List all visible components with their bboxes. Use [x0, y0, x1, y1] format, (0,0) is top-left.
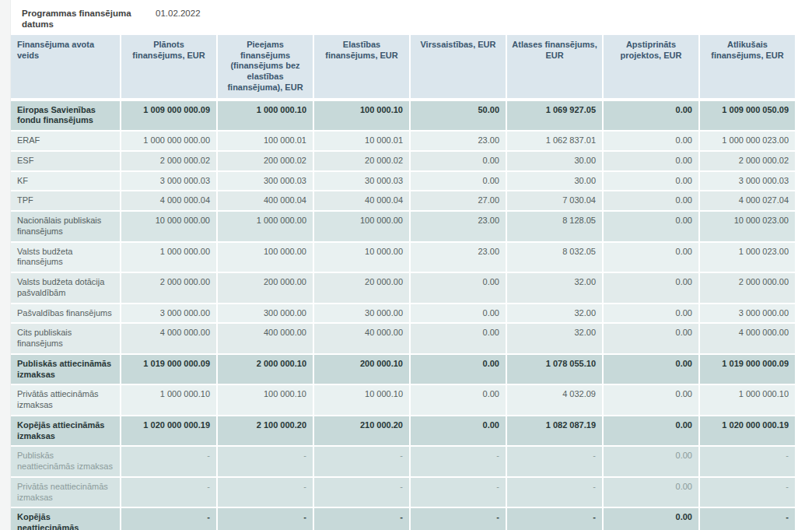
table-cell: 1 000 000 000.00: [120, 130, 216, 150]
content-area: Programmas finansējuma datums 01.02.2022…: [11, 0, 796, 530]
table-cell: 0.00: [409, 150, 506, 170]
table-cell: 2 100 000.20: [216, 415, 313, 446]
table-cell: 40 000.00: [313, 322, 409, 353]
table-cell: 1 019 000 000.09: [698, 353, 795, 384]
table-cell: 0.00: [409, 322, 506, 353]
table-cell: 4 000 027.04: [698, 190, 795, 210]
table-cell: 0.00: [409, 384, 506, 415]
table-cell: 1 019 000 000.09: [120, 353, 216, 384]
table-cell: 0.00: [602, 322, 698, 353]
table-cell: 30 000.00: [313, 303, 409, 323]
table-cell: -: [506, 476, 602, 507]
table-cell: 100 000.10: [313, 100, 409, 131]
row-label: Kopējās attiecināmās izmaksas: [11, 415, 120, 446]
table-cell: 32.00: [506, 272, 602, 303]
table-cell: 0.00: [602, 210, 698, 241]
table-cell: 50.00: [409, 100, 506, 131]
table-cell: 2 000 000.00: [698, 272, 795, 303]
table-cell: -: [506, 507, 602, 530]
table-cell: 210 000.20: [313, 415, 409, 446]
table-cell: 1 000 023.00: [698, 241, 795, 272]
table-cell: -: [506, 445, 602, 476]
table-row: KF3 000 000.03300 000.0330 000.030.0030.…: [11, 170, 795, 191]
table-cell: -: [120, 476, 216, 507]
table-cell: 10 000 023.00: [698, 210, 795, 241]
row-label: Privātās neattiecināmās izmaksas: [11, 476, 120, 507]
table-cell: 0.00: [602, 415, 698, 446]
table-cell: 30.00: [506, 150, 602, 170]
table-cell: -: [409, 445, 506, 476]
table-cell: 30 000.03: [313, 170, 409, 191]
table-cell: 100 000.10: [216, 384, 313, 415]
table-cell: 32.00: [506, 322, 602, 353]
table-cell: 2 000 000.02: [120, 150, 216, 170]
table-row: Kopējās neattiecināmās izmaksas-----0.00…: [11, 507, 795, 530]
table-cell: 300 000.03: [216, 170, 313, 191]
table-cell: 400 000.00: [216, 322, 313, 353]
table-cell: 0.00: [602, 384, 698, 415]
table-cell: 1 020 000 000.19: [120, 415, 216, 446]
table-cell: 0.00: [602, 476, 698, 507]
table-cell: 0.00: [602, 445, 698, 476]
table-cell: 0.00: [409, 353, 506, 384]
table-cell: 4 000 000.00: [120, 322, 216, 353]
column-header-available: Pieejams finansējums (finansējums bez el…: [216, 35, 313, 100]
row-label: Nacionālais publiskais finansējums: [11, 210, 120, 241]
table-cell: 0.00: [602, 272, 698, 303]
row-label: ERAF: [11, 130, 120, 150]
table-cell: 4 000 000.04: [120, 190, 216, 210]
table-row: Publiskās neattiecināmās izmaksas-----0.…: [11, 445, 795, 476]
table-row: Publiskās attiecināmās izmaksas1 019 000…: [11, 353, 795, 384]
table-cell: 200 000.10: [313, 353, 409, 384]
table-cell: 1 000 000.00: [120, 241, 216, 272]
table-cell: 27.00: [409, 190, 506, 210]
row-label: KF: [11, 170, 120, 191]
row-label: TPF: [11, 190, 120, 210]
table-row: Valsts budžeta finansējums1 000 000.0010…: [11, 241, 795, 272]
table-row: ESF2 000 000.02200 000.0220 000.020.0030…: [11, 150, 795, 170]
program-date-label: Programmas finansējuma datums: [22, 8, 138, 30]
table-cell: 1 082 087.19: [506, 415, 602, 446]
table-row: Eiropas Savienības fondu finansējums1 00…: [11, 100, 795, 131]
table-cell: 0.00: [409, 415, 506, 446]
table-cell: -: [409, 507, 506, 530]
column-header-remaining: Atlikušais finansējums, EUR: [698, 35, 795, 100]
row-label: Valsts budžeta dotācija pašvaldībām: [11, 272, 120, 303]
row-label: ESF: [11, 150, 120, 170]
column-header-source: Finansējuma avota veids: [11, 35, 120, 100]
table-cell: 1 000 000.10: [216, 100, 313, 131]
table-cell: 2 000 000.00: [120, 272, 216, 303]
table-cell: 4 000 000.00: [698, 322, 795, 353]
table-cell: 100 000.00: [313, 210, 409, 241]
table-cell: -: [216, 476, 313, 507]
row-label: Publiskās neattiecināmās izmaksas: [11, 445, 120, 476]
column-header-planned: Plānots finansējums, EUR: [120, 35, 216, 100]
table-cell: 3 000 000.03: [698, 170, 795, 191]
row-label: Cits publiskais finansējums: [11, 322, 120, 353]
column-header-flexibility: Elastības finansējums, EUR: [313, 35, 409, 100]
row-label: Privātās attiecināmās izmaksas: [11, 384, 120, 415]
table-cell: 1 000 000.10: [698, 384, 795, 415]
table-cell: 200 000.00: [216, 272, 313, 303]
row-label: Eiropas Savienības fondu finansējums: [11, 100, 120, 131]
table-cell: 0.00: [602, 190, 698, 210]
table-cell: 23.00: [409, 130, 506, 150]
table-row: Nacionālais publiskais finansējums10 000…: [11, 210, 795, 241]
table-cell: 10 000 000.00: [120, 210, 216, 241]
table-cell: 1 078 055.10: [506, 353, 602, 384]
table-row: ERAF1 000 000 000.00100 000.0110 000.012…: [11, 130, 795, 150]
row-label: Valsts budžeta finansējums: [11, 241, 120, 272]
table-cell: 1 062 837.01: [506, 130, 602, 150]
table-cell: -: [409, 476, 506, 507]
table-cell: -: [216, 445, 313, 476]
table-cell: 3 000 000.00: [698, 303, 795, 323]
table-cell: -: [698, 445, 795, 476]
table-cell: 2 000 000.10: [216, 353, 313, 384]
table-header-row: Finansējuma avota veids Plānots finansēj…: [11, 35, 795, 100]
table-row: Privātās attiecināmās izmaksas1 000 000.…: [11, 384, 795, 415]
program-date-value: 01.02.2022: [156, 8, 201, 18]
table-cell: 0.00: [409, 303, 506, 323]
table-cell: -: [313, 507, 409, 530]
table-cell: 0.00: [602, 507, 698, 530]
table-cell: -: [216, 507, 313, 530]
